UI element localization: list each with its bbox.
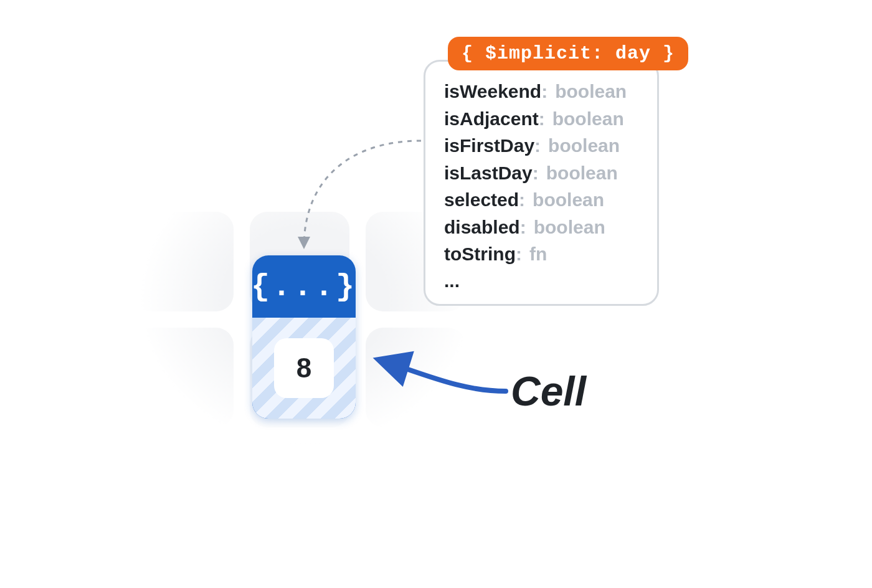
property-type: fn — [523, 240, 547, 268]
grid-cell — [134, 212, 234, 311]
property-row: isFirstDay:boolean — [444, 132, 638, 159]
property-row: selected:boolean — [444, 186, 638, 214]
property-key: isLastDay — [444, 159, 533, 187]
property-separator: : — [520, 214, 528, 241]
property-key: toString — [444, 240, 516, 268]
property-separator: : — [516, 240, 523, 268]
grid-cell — [366, 443, 465, 543]
hero-context-glyph: {...} — [252, 255, 356, 318]
context-ellipsis: ... — [444, 268, 638, 292]
property-row: disabled:boolean — [444, 214, 638, 241]
property-separator: : — [539, 105, 546, 133]
grid-cell — [366, 328, 465, 427]
property-key: isFirstDay — [444, 132, 534, 159]
property-type: boolean — [526, 186, 604, 214]
property-row: toString:fn — [444, 240, 638, 268]
property-key: disabled — [444, 214, 520, 241]
cell-annotation-label: Cell — [511, 368, 586, 415]
property-row: isWeekend:boolean — [444, 78, 638, 105]
property-separator: : — [534, 132, 542, 159]
hero-day-number: 8 — [274, 338, 334, 398]
property-type: boolean — [540, 159, 618, 187]
hero-cell-slot: 8 — [252, 318, 356, 419]
property-separator: : — [519, 186, 526, 214]
context-card: { $implicit: day } isWeekend:booleanisAd… — [424, 60, 659, 306]
property-type: boolean — [549, 78, 627, 105]
grid-cell — [134, 328, 234, 427]
property-key: isWeekend — [444, 78, 541, 105]
property-type: boolean — [542, 132, 620, 159]
diagram-stage: {...} 8 { $implicit: day } isWeekend:boo… — [0, 0, 872, 588]
property-row: isAdjacent:boolean — [444, 105, 638, 133]
property-type: boolean — [546, 105, 624, 133]
context-properties-list: isWeekend:booleanisAdjacent:booleanisFir… — [444, 78, 638, 268]
property-row: isLastDay:boolean — [444, 159, 638, 187]
hero-cell: {...} 8 — [252, 255, 356, 419]
property-type: boolean — [528, 214, 605, 241]
property-separator: : — [541, 78, 549, 105]
property-key: selected — [444, 186, 519, 214]
property-separator: : — [533, 159, 540, 187]
property-key: isAdjacent — [444, 105, 539, 133]
grid-cell — [250, 443, 349, 543]
context-card-badge: { $implicit: day } — [448, 37, 688, 70]
grid-cell — [134, 443, 234, 543]
